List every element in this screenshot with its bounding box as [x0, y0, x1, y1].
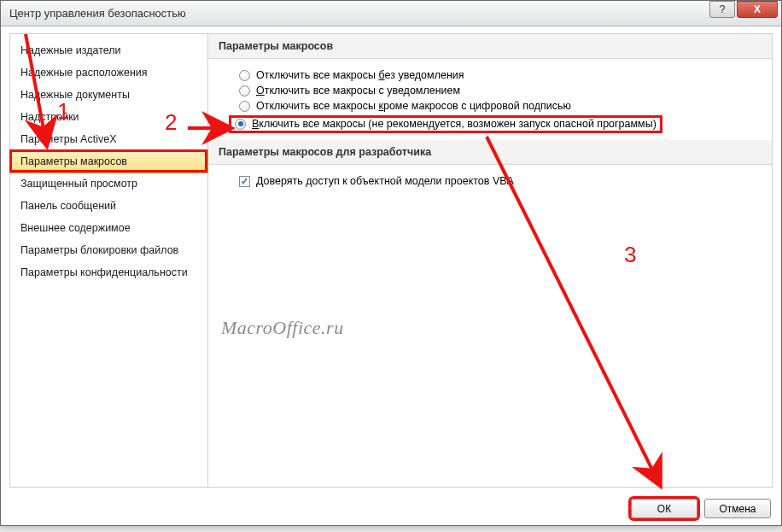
svg-line-2	[487, 137, 661, 487]
annotation-arrow-3	[0, 0, 782, 532]
